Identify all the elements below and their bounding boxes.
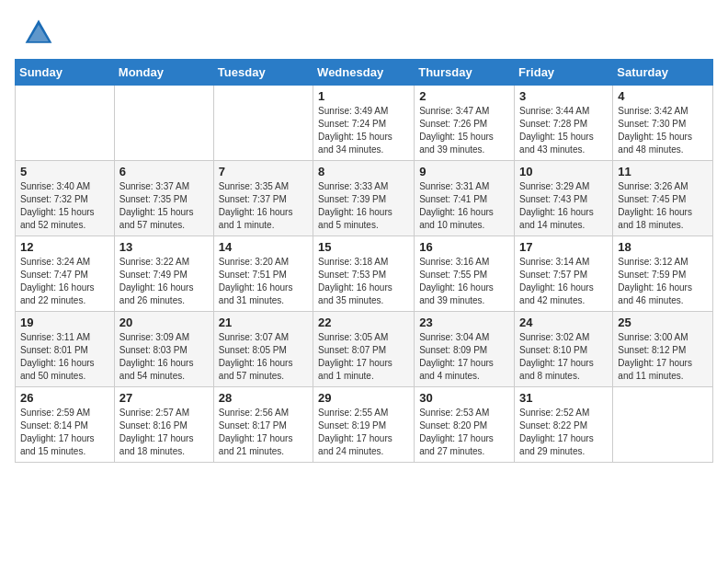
calendar-cell: 25Sunrise: 3:00 AMSunset: 8:12 PMDayligh… [613,312,713,387]
calendar-cell: 18Sunrise: 3:12 AMSunset: 7:59 PMDayligh… [613,236,713,312]
calendar-cell: 31Sunrise: 2:52 AMSunset: 8:22 PMDayligh… [515,387,613,463]
calendar-cell: 1Sunrise: 3:49 AMSunset: 7:24 PMDaylight… [313,86,415,161]
calendar-cell: 21Sunrise: 3:07 AMSunset: 8:05 PMDayligh… [213,312,313,387]
day-number: 16 [419,240,509,254]
calendar-week-row: 12Sunrise: 3:24 AMSunset: 7:47 PMDayligh… [16,236,713,312]
day-info: Sunrise: 3:04 AMSunset: 8:09 PMDaylight:… [419,331,509,383]
day-number: 24 [519,316,608,329]
calendar-cell: 29Sunrise: 2:55 AMSunset: 8:19 PMDayligh… [313,387,415,463]
day-number: 3 [519,89,608,103]
logo [22,17,59,50]
calendar-week-row: 1Sunrise: 3:49 AMSunset: 7:24 PMDaylight… [16,86,713,161]
calendar-table: SundayMondayTuesdayWednesdayThursdayFrid… [15,59,713,463]
weekday-header-row: SundayMondayTuesdayWednesdayThursdayFrid… [16,60,713,86]
calendar-cell [16,86,115,161]
day-number: 12 [20,240,109,254]
day-info: Sunrise: 2:53 AMSunset: 8:20 PMDaylight:… [419,407,509,458]
day-info: Sunrise: 3:26 AMSunset: 7:45 PMDaylight:… [618,180,708,232]
day-number: 13 [119,240,209,254]
calendar-cell: 8Sunrise: 3:33 AMSunset: 7:39 PMDaylight… [313,161,415,236]
day-number: 1 [318,89,409,103]
day-info: Sunrise: 2:55 AMSunset: 8:19 PMDaylight:… [318,407,409,458]
day-number: 10 [519,165,608,178]
calendar-cell [114,86,213,161]
day-info: Sunrise: 2:57 AMSunset: 8:16 PMDaylight:… [119,407,209,458]
weekday-header-monday: Monday [114,60,213,86]
day-number: 25 [618,316,708,329]
day-number: 18 [618,240,708,254]
weekday-header-saturday: Saturday [613,60,713,86]
calendar-cell: 3Sunrise: 3:44 AMSunset: 7:28 PMDaylight… [515,86,613,161]
day-number: 19 [20,316,109,329]
day-info: Sunrise: 3:31 AMSunset: 7:41 PMDaylight:… [419,180,509,232]
calendar-cell: 6Sunrise: 3:37 AMSunset: 7:35 PMDaylight… [114,161,213,236]
day-info: Sunrise: 3:44 AMSunset: 7:28 PMDaylight:… [519,105,608,156]
day-info: Sunrise: 2:52 AMSunset: 8:22 PMDaylight:… [519,407,608,458]
day-number: 28 [219,391,308,405]
calendar-cell: 12Sunrise: 3:24 AMSunset: 7:47 PMDayligh… [16,236,115,312]
day-info: Sunrise: 3:40 AMSunset: 7:32 PMDaylight:… [20,180,109,232]
day-number: 22 [318,316,409,329]
day-info: Sunrise: 3:12 AMSunset: 7:59 PMDaylight:… [618,256,708,307]
page-header [0,0,728,59]
day-number: 14 [219,240,308,254]
day-info: Sunrise: 3:00 AMSunset: 8:12 PMDaylight:… [618,331,708,383]
day-info: Sunrise: 3:07 AMSunset: 8:05 PMDaylight:… [219,331,308,383]
calendar-cell: 23Sunrise: 3:04 AMSunset: 8:09 PMDayligh… [415,312,515,387]
day-info: Sunrise: 3:18 AMSunset: 7:53 PMDaylight:… [318,256,409,307]
day-number: 20 [119,316,209,329]
day-info: Sunrise: 3:16 AMSunset: 7:55 PMDaylight:… [419,256,509,307]
day-number: 15 [318,240,409,254]
weekday-header-friday: Friday [515,60,613,86]
calendar-cell: 5Sunrise: 3:40 AMSunset: 7:32 PMDaylight… [16,161,115,236]
weekday-header-sunday: Sunday [16,60,115,86]
day-number: 9 [419,165,509,178]
calendar-week-row: 26Sunrise: 2:59 AMSunset: 8:14 PMDayligh… [16,387,713,463]
calendar-wrap: SundayMondayTuesdayWednesdayThursdayFrid… [0,59,728,477]
day-info: Sunrise: 3:14 AMSunset: 7:57 PMDaylight:… [519,256,608,307]
day-number: 7 [219,165,308,178]
calendar-cell: 13Sunrise: 3:22 AMSunset: 7:49 PMDayligh… [114,236,213,312]
day-info: Sunrise: 3:22 AMSunset: 7:49 PMDaylight:… [119,256,209,307]
calendar-cell: 10Sunrise: 3:29 AMSunset: 7:43 PMDayligh… [515,161,613,236]
day-number: 31 [519,391,608,405]
day-info: Sunrise: 3:49 AMSunset: 7:24 PMDaylight:… [318,105,409,156]
calendar-cell: 30Sunrise: 2:53 AMSunset: 8:20 PMDayligh… [415,387,515,463]
day-info: Sunrise: 2:59 AMSunset: 8:14 PMDaylight:… [20,407,109,458]
day-info: Sunrise: 3:35 AMSunset: 7:37 PMDaylight:… [219,180,308,232]
calendar-cell: 19Sunrise: 3:11 AMSunset: 8:01 PMDayligh… [16,312,115,387]
calendar-week-row: 5Sunrise: 3:40 AMSunset: 7:32 PMDaylight… [16,161,713,236]
day-info: Sunrise: 3:20 AMSunset: 7:51 PMDaylight:… [219,256,308,307]
calendar-cell: 16Sunrise: 3:16 AMSunset: 7:55 PMDayligh… [415,236,515,312]
calendar-cell: 17Sunrise: 3:14 AMSunset: 7:57 PMDayligh… [515,236,613,312]
day-info: Sunrise: 2:56 AMSunset: 8:17 PMDaylight:… [219,407,308,458]
day-info: Sunrise: 3:37 AMSunset: 7:35 PMDaylight:… [119,180,209,232]
calendar-cell [213,86,313,161]
calendar-cell: 24Sunrise: 3:02 AMSunset: 8:10 PMDayligh… [515,312,613,387]
day-info: Sunrise: 3:47 AMSunset: 7:26 PMDaylight:… [419,105,509,156]
day-number: 8 [318,165,409,178]
day-number: 27 [119,391,209,405]
weekday-header-thursday: Thursday [415,60,515,86]
day-info: Sunrise: 3:05 AMSunset: 8:07 PMDaylight:… [318,331,409,383]
day-info: Sunrise: 3:42 AMSunset: 7:30 PMDaylight:… [618,105,708,156]
calendar-cell: 7Sunrise: 3:35 AMSunset: 7:37 PMDaylight… [213,161,313,236]
day-number: 23 [419,316,509,329]
day-number: 6 [119,165,209,178]
calendar-cell: 26Sunrise: 2:59 AMSunset: 8:14 PMDayligh… [16,387,115,463]
day-number: 21 [219,316,308,329]
calendar-cell: 4Sunrise: 3:42 AMSunset: 7:30 PMDaylight… [613,86,713,161]
calendar-cell: 14Sunrise: 3:20 AMSunset: 7:51 PMDayligh… [213,236,313,312]
calendar-week-row: 19Sunrise: 3:11 AMSunset: 8:01 PMDayligh… [16,312,713,387]
day-number: 11 [618,165,708,178]
calendar-cell: 28Sunrise: 2:56 AMSunset: 8:17 PMDayligh… [213,387,313,463]
day-info: Sunrise: 3:09 AMSunset: 8:03 PMDaylight:… [119,331,209,383]
calendar-cell: 22Sunrise: 3:05 AMSunset: 8:07 PMDayligh… [313,312,415,387]
day-info: Sunrise: 3:11 AMSunset: 8:01 PMDaylight:… [20,331,109,383]
day-number: 29 [318,391,409,405]
calendar-cell [613,387,713,463]
day-number: 17 [519,240,608,254]
calendar-cell: 9Sunrise: 3:31 AMSunset: 7:41 PMDaylight… [415,161,515,236]
weekday-header-wednesday: Wednesday [313,60,415,86]
day-number: 30 [419,391,509,405]
